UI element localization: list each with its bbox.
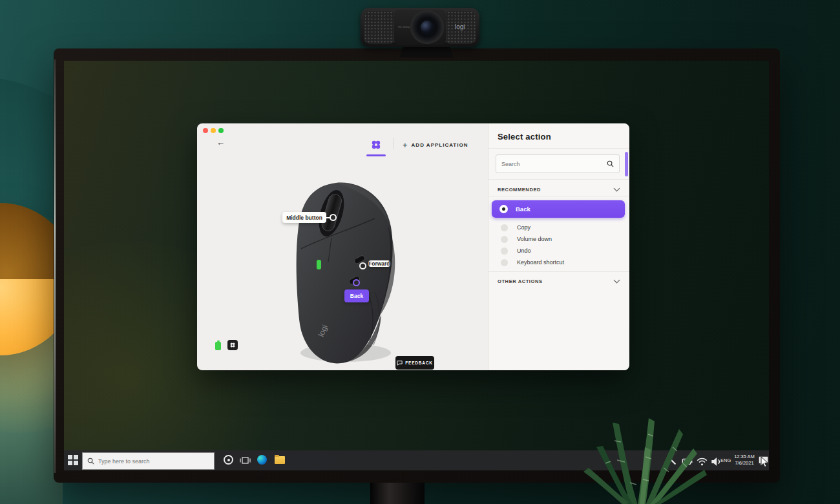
- chevron-down-icon: [614, 277, 620, 284]
- monitor-stand: [370, 483, 425, 504]
- radio-selected-icon: [499, 205, 508, 213]
- options-tab-icon[interactable]: [370, 139, 382, 151]
- tray-clock[interactable]: 12:35 AM 7/6/2021: [730, 454, 759, 467]
- action-item-back[interactable]: Back: [492, 200, 625, 218]
- taskbar-search-input[interactable]: [94, 458, 214, 465]
- panel-scrollbar[interactable]: [625, 152, 628, 176]
- webcam-lens-glass: [421, 21, 434, 34]
- webcam: HD 1080p logi: [361, 8, 479, 47]
- back-button-dot[interactable]: [353, 279, 360, 286]
- panel-title: Select action: [498, 132, 551, 142]
- mouse-led: [317, 260, 321, 269]
- other-actions-label: OTHER ACTIONS: [498, 278, 543, 284]
- tray-time: 12:35 AM: [730, 454, 759, 460]
- action-label: Copy: [517, 224, 530, 231]
- feedback-bubble-icon: [397, 361, 403, 366]
- bezel-highlight: [54, 59, 56, 473]
- tray-language[interactable]: ENG: [720, 457, 731, 463]
- select-action-panel: Select action RECOMMENDED: [488, 123, 629, 370]
- task-view-icon[interactable]: [240, 455, 251, 466]
- add-application-button[interactable]: + ADD APPLICATION: [403, 140, 468, 150]
- back-button-label[interactable]: Back: [344, 289, 369, 302]
- panel-divider: [488, 148, 629, 149]
- logi-options-window: ← + ADD APPLICATION: [197, 123, 629, 370]
- feedback-button[interactable]: FEEDBACK: [395, 356, 434, 370]
- close-button[interactable]: [203, 128, 208, 133]
- webcam-print: HD 1080p: [398, 25, 410, 28]
- action-label: Keyboard shortcut: [517, 259, 564, 266]
- edge-browser-icon[interactable]: [257, 455, 267, 465]
- cortana-icon[interactable]: [224, 455, 233, 465]
- device-flower-icon: [229, 342, 236, 348]
- plus-icon: +: [403, 140, 408, 150]
- recommended-label: RECOMMENDED: [498, 187, 541, 193]
- mouse-cursor: [761, 456, 769, 468]
- header-divider: [393, 138, 394, 149]
- webcam-grille-left: [364, 11, 396, 44]
- action-search-box[interactable]: [496, 154, 620, 173]
- middle-button-label[interactable]: Middle button: [282, 212, 326, 223]
- search-icon: [87, 457, 94, 465]
- minimize-button[interactable]: [211, 128, 216, 133]
- other-actions-section-header[interactable]: OTHER ACTIONS: [488, 275, 629, 288]
- zoom-button[interactable]: [218, 128, 224, 133]
- plant: [578, 408, 714, 504]
- taskbar-search-box[interactable]: [82, 452, 215, 470]
- webcam-lens: [410, 10, 444, 44]
- action-item-undo[interactable]: Undo: [492, 245, 625, 257]
- chevron-down-icon: [614, 185, 620, 192]
- action-item-keyboard-shortcut[interactable]: Keyboard shortcut: [492, 257, 625, 268]
- mouse-illustration: logi: [291, 178, 420, 366]
- radio-icon: [501, 224, 508, 231]
- search-icon: [607, 160, 614, 167]
- device-icon[interactable]: [227, 340, 238, 350]
- action-item-copy[interactable]: Copy: [492, 222, 625, 233]
- action-search-input[interactable]: [496, 161, 607, 167]
- action-label: Back: [516, 205, 530, 213]
- feedback-label: FEEDBACK: [405, 361, 433, 365]
- middle-button-dot[interactable]: [330, 214, 337, 221]
- add-application-label: ADD APPLICATION: [412, 142, 468, 148]
- radio-icon: [501, 259, 508, 266]
- radio-icon: [501, 236, 508, 243]
- forward-button-dot[interactable]: [359, 262, 366, 269]
- back-nav-button[interactable]: ←: [216, 138, 225, 147]
- webcam-clip: [399, 46, 454, 58]
- webcam-brand: logi: [455, 23, 465, 30]
- panel-divider: [488, 196, 629, 196]
- radio-icon: [501, 247, 508, 255]
- recommended-section-header[interactable]: RECOMMENDED: [488, 183, 629, 196]
- action-label: Undo: [517, 247, 531, 254]
- panel-divider: [488, 179, 629, 180]
- panel-divider: [488, 271, 629, 272]
- forward-button-label[interactable]: Forward: [368, 260, 390, 267]
- battery-icon: [215, 342, 221, 350]
- tray-date: 7/6/2021: [730, 460, 759, 467]
- active-tab-underline: [366, 154, 386, 156]
- file-explorer-icon[interactable]: [275, 456, 285, 464]
- action-label: Volume down: [517, 236, 552, 242]
- action-item-volume-down[interactable]: Volume down: [492, 233, 625, 245]
- scene: ← + ADD APPLICATION: [0, 0, 840, 504]
- start-button[interactable]: [68, 455, 78, 465]
